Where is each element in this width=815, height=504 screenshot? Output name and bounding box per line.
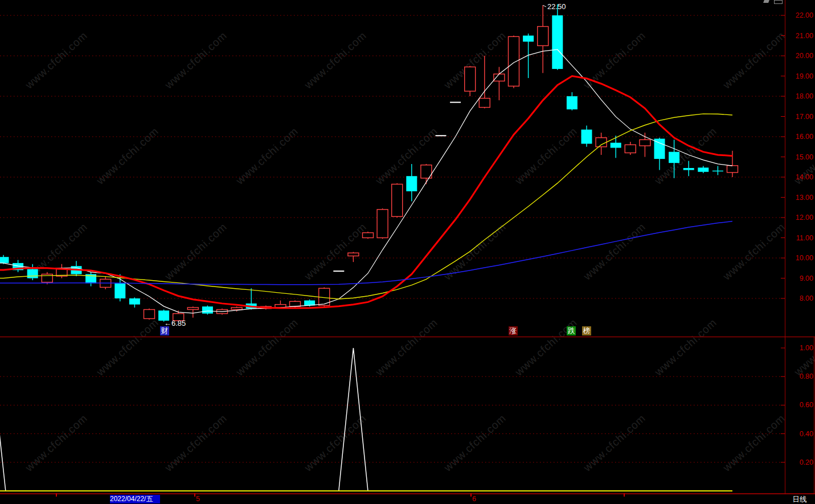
rise-tag-button[interactable]: 涨 xyxy=(509,326,518,335)
price-axis: 22.0021.0020.0019.0018.0017.0016.0015.00… xyxy=(787,0,813,504)
period-selector[interactable]: 日线 xyxy=(785,495,814,504)
price-tick-label: 21.00 xyxy=(787,31,813,40)
candle-down xyxy=(552,15,563,69)
candle-up xyxy=(494,74,505,81)
price-tick-label: 16.00 xyxy=(787,132,813,141)
price-tick-label: 15.00 xyxy=(787,153,813,162)
candle-down xyxy=(611,143,621,148)
time-tick xyxy=(56,493,57,497)
candle-down xyxy=(683,168,694,170)
candle-down xyxy=(202,306,213,313)
indicator-tick-label: 0.80 xyxy=(787,372,813,381)
candle-up xyxy=(509,36,519,86)
candle-up xyxy=(392,184,403,216)
candle-up xyxy=(596,138,607,147)
finance-tag-button[interactable]: 财 xyxy=(160,326,169,335)
price-tick-label: 10.00 xyxy=(787,253,813,263)
candle-up xyxy=(377,210,388,238)
ma-line-red xyxy=(0,76,732,309)
price-tick-label: 14.00 xyxy=(787,173,813,182)
candle-down xyxy=(523,36,534,42)
candle-up xyxy=(479,99,490,108)
candle-up xyxy=(231,308,242,310)
high-price-annotation: 22.50 xyxy=(547,2,566,11)
chart-canvas[interactable] xyxy=(0,0,815,504)
candle-down xyxy=(406,176,417,191)
price-tick-label: 19.00 xyxy=(787,72,813,81)
candle-up xyxy=(538,27,548,46)
indicator-tick-label: 0.40 xyxy=(787,429,813,439)
price-tick-label: 17.00 xyxy=(787,112,813,121)
time-tick xyxy=(624,493,625,497)
time-tick xyxy=(470,493,472,497)
indicator-tick-label: 0.20 xyxy=(787,458,813,467)
stock-chart-window: www.cfchi.comwww.cfchi.comwww.cfchi.comw… xyxy=(0,0,815,504)
indicator-spike-white xyxy=(0,348,732,491)
candle-down xyxy=(129,298,140,305)
price-tick-label: 9.00 xyxy=(787,274,813,283)
indicator-tick-label: 1.00 xyxy=(787,343,813,353)
candle-down xyxy=(0,257,9,263)
check-icon[interactable] xyxy=(763,0,769,3)
candle-up xyxy=(625,145,636,153)
candle-up xyxy=(363,233,374,238)
price-tick-label: 13.00 xyxy=(787,193,813,202)
candle-up xyxy=(727,166,738,173)
main-price-panel xyxy=(0,4,782,321)
price-tick-label: 22.00 xyxy=(787,11,813,20)
fall-tag-button[interactable]: 跌 xyxy=(567,326,576,335)
date-display[interactable]: 2022/04/22/五 xyxy=(110,495,160,503)
time-tick xyxy=(194,493,195,497)
candle-down xyxy=(27,269,38,278)
annotation-pointer xyxy=(543,5,546,7)
price-tick-label: 20.00 xyxy=(787,51,813,60)
candle-down xyxy=(114,283,125,298)
candle-up xyxy=(465,67,476,92)
ma-line-yellow xyxy=(0,114,732,299)
indicator-panel xyxy=(0,348,782,491)
month-label: 5 xyxy=(196,495,200,503)
window-icon[interactable] xyxy=(774,0,783,4)
price-tick-label: 12.00 xyxy=(787,213,813,222)
price-tick-label: 18.00 xyxy=(787,92,813,101)
toolbar-fragment xyxy=(764,0,783,5)
candle-down xyxy=(698,167,708,171)
price-tick-label: 11.00 xyxy=(787,233,813,243)
price-tick-label: 8.00 xyxy=(787,294,813,303)
candle-up xyxy=(144,310,155,319)
candle-down xyxy=(669,152,679,163)
candle-up xyxy=(187,308,198,310)
candle-down xyxy=(581,130,592,144)
candle-up xyxy=(640,140,650,146)
rank-tag-button[interactable]: 榜 xyxy=(582,326,591,335)
status-bar: 2022/04/22/五 56 日线 xyxy=(0,494,815,504)
month-label: 6 xyxy=(472,495,476,503)
candle-down xyxy=(712,171,723,171)
indicator-tick-label: 0.60 xyxy=(787,400,813,409)
candle-up xyxy=(348,253,359,256)
candle-down xyxy=(654,139,665,159)
candle-down xyxy=(567,96,578,109)
